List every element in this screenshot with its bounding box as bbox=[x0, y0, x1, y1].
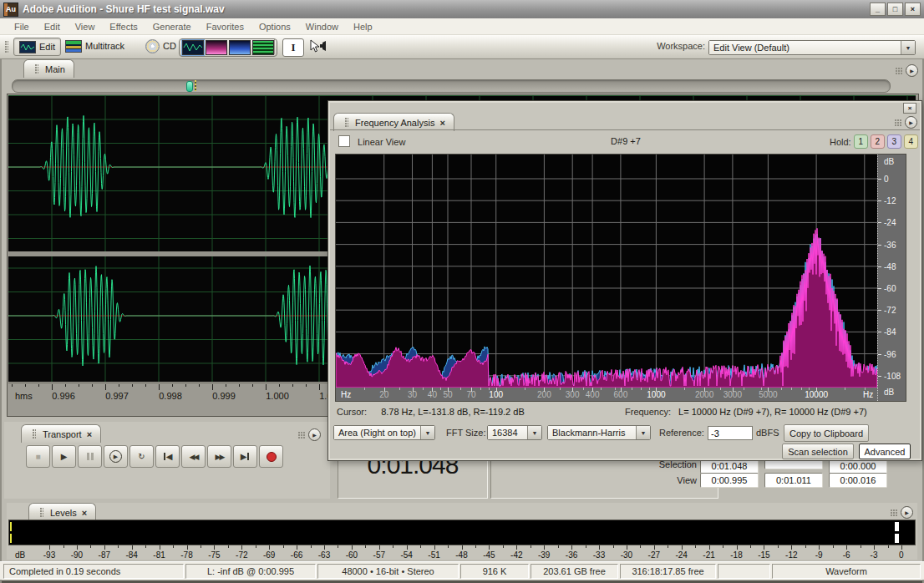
panel-menu-icon[interactable]: ▶ bbox=[906, 64, 918, 77]
window-type-select[interactable]: Blackmann-Harris ▼ bbox=[547, 425, 651, 440]
menu-generate[interactable]: Generate bbox=[145, 20, 199, 33]
loop-button[interactable]: ↻ bbox=[129, 445, 154, 468]
levels-scale-tick bbox=[489, 545, 490, 550]
meter-min-mark-left bbox=[10, 522, 12, 531]
meter-clip-indicator[interactable] bbox=[895, 522, 899, 531]
main-panel-menu[interactable]: ▶ bbox=[896, 64, 918, 77]
tab-transport[interactable]: Transport × bbox=[21, 424, 101, 443]
edit-view-button[interactable]: Edit bbox=[13, 38, 61, 56]
cd-view-button[interactable]: CD bbox=[140, 38, 181, 54]
ruler-tick bbox=[319, 384, 320, 390]
minimize-button[interactable]: _ bbox=[870, 3, 886, 16]
levels-scale-label: -84 bbox=[125, 550, 137, 560]
panel-menu-icon[interactable]: ▶ bbox=[905, 116, 917, 129]
menu-favorites[interactable]: Favorites bbox=[199, 20, 251, 33]
menu-help[interactable]: Help bbox=[346, 20, 380, 33]
transport-panel-menu[interactable]: ▶ bbox=[298, 428, 321, 441]
close-icon[interactable]: × bbox=[87, 429, 92, 439]
spectrum-plot[interactable] bbox=[336, 155, 877, 388]
menu-edit[interactable]: Edit bbox=[37, 20, 68, 33]
workspace-select[interactable]: Edit View (Default) ▼ bbox=[708, 40, 916, 55]
area-select[interactable]: Area (Right on top) ▼ bbox=[333, 425, 435, 440]
hold-button-2[interactable]: 2 bbox=[871, 134, 885, 149]
spectrum-canvas[interactable] bbox=[336, 155, 877, 388]
go-to-beginning-button[interactable]: ◀ bbox=[155, 445, 180, 468]
rewind-button[interactable]: ◀◀ bbox=[181, 445, 206, 468]
levels-panel: Levels × ▶ dB-93-90-87-84-81-78-75-72-69… bbox=[7, 503, 917, 560]
chevron-down-icon[interactable]: ▼ bbox=[636, 426, 650, 439]
close-icon[interactable]: × bbox=[903, 103, 916, 114]
close-icon[interactable]: × bbox=[439, 118, 444, 128]
spectral-frequency-view-icon[interactable] bbox=[206, 40, 227, 55]
ruler-tick bbox=[292, 384, 293, 387]
meter-clip-indicator[interactable] bbox=[895, 534, 899, 543]
view-field[interactable]: 0:00.995 bbox=[700, 473, 759, 488]
spectral-phase-view-icon[interactable] bbox=[252, 40, 274, 55]
zoom-navigator[interactable] bbox=[12, 79, 891, 93]
view-field[interactable]: 0:01.011 bbox=[764, 473, 823, 488]
hold-button-3[interactable]: 3 bbox=[887, 134, 901, 149]
freq-axis-tick bbox=[399, 388, 400, 390]
levels-scale-tick bbox=[462, 545, 463, 550]
meter-min-mark-left bbox=[10, 534, 12, 543]
frequency-panel-menu[interactable]: ▶ bbox=[895, 116, 917, 129]
freq-axis-label: Hz bbox=[341, 390, 351, 399]
levels-scale-tick bbox=[791, 545, 792, 550]
view-field[interactable]: 0:00.016 bbox=[829, 473, 887, 488]
freq-axis-tick bbox=[641, 388, 642, 390]
multitrack-view-button[interactable]: Multitrack bbox=[60, 38, 129, 54]
hold-button-1[interactable]: 1 bbox=[854, 134, 868, 149]
navigator-view-indicator[interactable] bbox=[186, 81, 193, 92]
reference-label: Reference: bbox=[659, 428, 704, 438]
reference-input[interactable] bbox=[708, 426, 753, 440]
freq-axis-tick bbox=[384, 388, 385, 392]
tab-levels[interactable]: Levels × bbox=[28, 503, 96, 521]
spectral-pan-view-icon[interactable] bbox=[229, 40, 251, 55]
panel-menu-icon[interactable]: ▶ bbox=[901, 506, 913, 519]
chevron-down-icon[interactable]: ▼ bbox=[420, 426, 434, 439]
panel-menu-icon[interactable]: ▶ bbox=[308, 428, 321, 441]
tab-frequency-analysis[interactable]: Frequency Analysis × bbox=[333, 113, 454, 131]
scrub-tool-icon[interactable] bbox=[309, 39, 327, 55]
copy-to-clipboard-button[interactable]: Copy to Clipboard bbox=[784, 424, 869, 442]
db-axis-label: 0 bbox=[884, 175, 889, 184]
play-button[interactable]: ▶ bbox=[52, 445, 76, 468]
levels-scale-label: -93 bbox=[43, 550, 55, 560]
menu-effects[interactable]: Effects bbox=[102, 20, 145, 33]
ruler-tick bbox=[239, 384, 240, 387]
close-button[interactable]: × bbox=[905, 3, 921, 16]
freq-axis-tick bbox=[364, 388, 365, 390]
menu-file[interactable]: File bbox=[7, 20, 37, 33]
fast-forward-button[interactable]: ▶▶ bbox=[207, 445, 231, 468]
levels-panel-menu[interactable]: ▶ bbox=[891, 506, 913, 519]
chevron-down-icon[interactable]: ▼ bbox=[901, 41, 915, 54]
tab-main[interactable]: Main bbox=[23, 59, 74, 78]
level-meter[interactable] bbox=[8, 520, 916, 545]
pause-button[interactable] bbox=[78, 445, 102, 468]
advanced-button[interactable]: Advanced bbox=[859, 444, 911, 459]
tab-transport-label: Transport bbox=[43, 429, 82, 439]
maximize-button[interactable]: □ bbox=[887, 3, 903, 16]
menu-view[interactable]: View bbox=[68, 20, 103, 33]
fft-size-select[interactable]: 16384 ▼ bbox=[487, 425, 542, 440]
menu-options[interactable]: Options bbox=[251, 20, 298, 33]
levels-scale-tick bbox=[599, 545, 600, 550]
levels-scale-tick bbox=[283, 545, 284, 548]
chevron-down-icon[interactable]: ▼ bbox=[527, 426, 541, 439]
hold-button-4[interactable]: 4 bbox=[904, 134, 918, 149]
close-icon[interactable]: × bbox=[82, 508, 87, 518]
go-to-end-button[interactable]: ▶ bbox=[233, 445, 257, 468]
record-button[interactable] bbox=[259, 445, 283, 468]
stop-button[interactable]: ■ bbox=[26, 445, 50, 468]
tab-levels-label: Levels bbox=[50, 508, 77, 518]
toolbar-grip[interactable] bbox=[5, 41, 8, 53]
adobe-audition-window: Au Adobe Audition - Shure HF test signal… bbox=[0, 0, 924, 583]
levels-scale-tick bbox=[874, 545, 875, 550]
menu-window[interactable]: Window bbox=[298, 20, 346, 33]
scan-selection-button[interactable]: Scan selection bbox=[782, 444, 854, 459]
levels-scale-tick bbox=[503, 545, 504, 548]
time-selection-tool-button[interactable]: I bbox=[282, 38, 304, 57]
play-looped-button[interactable]: ▶ bbox=[104, 445, 128, 468]
levels-scale-tick bbox=[352, 545, 353, 550]
waveform-view-icon[interactable] bbox=[182, 40, 204, 55]
